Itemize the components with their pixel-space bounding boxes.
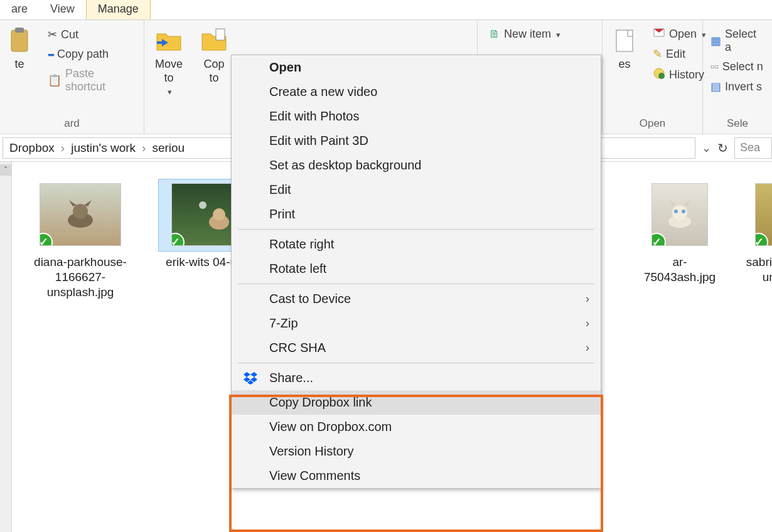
file-name: diana-parkhouse-1166627-unsplash.jpg: [27, 255, 134, 299]
cut-label: Cut: [61, 28, 78, 41]
properties-button[interactable]: es: [605, 24, 644, 74]
menu-edit-paint3d-label: Edit with Paint 3D: [269, 134, 368, 148]
menu-version-history[interactable]: Version History: [232, 439, 601, 464]
select-none-button[interactable]: ▫▫ Select n: [708, 59, 767, 75]
tab-manage[interactable]: Manage: [86, 0, 151, 19]
search-placeholder: Sea: [740, 141, 760, 154]
menu-separator: [238, 363, 594, 363]
document-icon: [610, 26, 639, 55]
menu-print[interactable]: Print: [232, 202, 601, 226]
menu-rotate-left[interactable]: Rotate left: [232, 257, 601, 281]
crumb-dropbox[interactable]: Dropbox: [7, 141, 57, 155]
select-all-label: Select a: [725, 28, 764, 54]
move-to-button[interactable]: Move to: [149, 24, 188, 101]
scroll-up-icon[interactable]: ˄: [0, 164, 11, 176]
menu-rotate-right[interactable]: Rotate right: [232, 232, 601, 257]
menu-set-background[interactable]: Set as desktop background: [232, 153, 601, 178]
properties-es: es: [618, 58, 630, 72]
svg-marker-10: [69, 200, 77, 206]
svg-point-18: [682, 210, 685, 213]
sync-ok-icon: ✓: [651, 233, 666, 246]
new-item-label: New item: [504, 28, 551, 41]
new-item-icon: 🗎: [489, 28, 500, 41]
menu-open-label: Open: [269, 60, 301, 75]
menu-edit-photos[interactable]: Edit with Photos: [232, 104, 601, 129]
invert-icon: ▤: [710, 80, 721, 93]
svg-marker-24: [250, 372, 257, 377]
file-item[interactable]: ✓ ar-75043ash.jpg: [642, 179, 717, 285]
menu-view-comments[interactable]: View Comments: [232, 464, 601, 488]
file-name: ar-75043ash.jpg: [642, 255, 717, 285]
file-item[interactable]: ✓ diana-parkhouse-1166627-unsplash.jpg: [27, 179, 134, 299]
svg-marker-23: [244, 372, 250, 377]
select-all-button[interactable]: ▦ Select a: [708, 26, 767, 55]
menu-cast[interactable]: Cast to Device›: [232, 287, 601, 311]
chevron-down-icon: [555, 28, 560, 41]
cut-button[interactable]: ✂ Cut: [45, 26, 139, 43]
paste-button[interactable]: te: [0, 24, 39, 74]
menu-copy-dropbox-link[interactable]: Copy Dropbox link: [232, 390, 601, 415]
sync-ok-icon: ✓: [755, 233, 768, 246]
address-dropdown-button[interactable]: ⌄: [702, 141, 711, 155]
svg-point-9: [73, 204, 88, 219]
copy-to-icon: [200, 26, 228, 55]
svg-point-14: [213, 208, 225, 221]
tab-view[interactable]: View: [39, 0, 86, 19]
scissors-icon: ✂: [48, 28, 57, 41]
menu-edit[interactable]: Edit: [232, 178, 601, 202]
menu-crc-label: CRC SHA: [269, 341, 326, 355]
sync-ok-icon: ✓: [40, 233, 53, 246]
menu-dropbox-share[interactable]: Share...: [232, 366, 601, 390]
path-icon: ▪▪▪: [48, 50, 53, 60]
menu-view-comments-label: View Comments: [269, 469, 360, 483]
dropbox-icon: [242, 372, 259, 385]
menu-share-label: Share...: [269, 371, 313, 385]
menu-separator: [238, 284, 594, 284]
search-input[interactable]: Sea: [734, 137, 772, 159]
nav-pane-scrollbar[interactable]: ˄: [0, 162, 12, 532]
svg-point-7: [658, 73, 665, 79]
crumb-folder-1[interactable]: justin's work: [68, 141, 138, 155]
new-item-button[interactable]: 🗎 New item: [486, 26, 563, 42]
select-none-icon: ▫▫: [710, 60, 719, 73]
menu-edit-paint3d[interactable]: Edit with Paint 3D: [232, 129, 601, 153]
menu-create-video[interactable]: Create a new video: [232, 80, 601, 104]
history-icon: [653, 67, 665, 83]
copy-to-button[interactable]: Cop to: [195, 24, 233, 87]
edit-label: Edit: [666, 48, 685, 61]
invert-selection-button[interactable]: ▤ Invert s: [708, 78, 767, 95]
file-thumbnail: ✓: [40, 183, 121, 246]
menu-edit-photos-label: Edit with Photos: [269, 109, 359, 124]
invert-label: Invert s: [725, 80, 762, 93]
svg-rect-3: [616, 30, 633, 51]
refresh-button[interactable]: ↻: [717, 141, 728, 156]
sync-ok-icon: ✓: [171, 233, 185, 246]
group-label-select: Sele: [708, 116, 767, 132]
svg-rect-1: [15, 28, 24, 33]
menu-open[interactable]: Open: [232, 55, 601, 80]
svg-marker-20: [684, 200, 690, 206]
paste-shortcut-button[interactable]: 📋 Paste shortcut: [45, 66, 139, 95]
crumb-folder-2[interactable]: seriou: [149, 141, 187, 155]
group-label-open: Open: [608, 116, 697, 132]
open-button[interactable]: Open: [650, 26, 709, 42]
ribbon-tabs: are View Manage: [0, 0, 772, 20]
chevron-right-icon: ›: [57, 141, 68, 155]
history-button[interactable]: History: [650, 66, 709, 84]
copy-path-label: Copy path: [57, 48, 109, 61]
paste-label: te: [14, 58, 24, 72]
chevron-right-icon: ›: [586, 317, 589, 330]
menu-create-video-label: Create a new video: [269, 85, 377, 99]
file-item[interactable]: ✓ sabri-tuzcu-21360-unsplash.jpg: [743, 179, 772, 285]
menu-crc-sha[interactable]: CRC SHA›: [232, 336, 601, 360]
tab-share[interactable]: are: [0, 0, 39, 19]
context-menu: Open Create a new video Edit with Photos…: [231, 55, 601, 489]
svg-marker-11: [84, 200, 92, 206]
group-label-clipboard: ard: [5, 116, 139, 132]
copy-path-button[interactable]: ▪▪▪ Copy path: [45, 46, 139, 62]
select-all-icon: ▦: [710, 34, 721, 48]
menu-7zip[interactable]: 7-Zip›: [232, 311, 601, 336]
menu-view-on-dropbox[interactable]: View on Dropbox.com: [232, 415, 601, 439]
file-thumbnail: ✓: [651, 183, 708, 246]
edit-button[interactable]: ✎ Edit: [650, 46, 709, 62]
